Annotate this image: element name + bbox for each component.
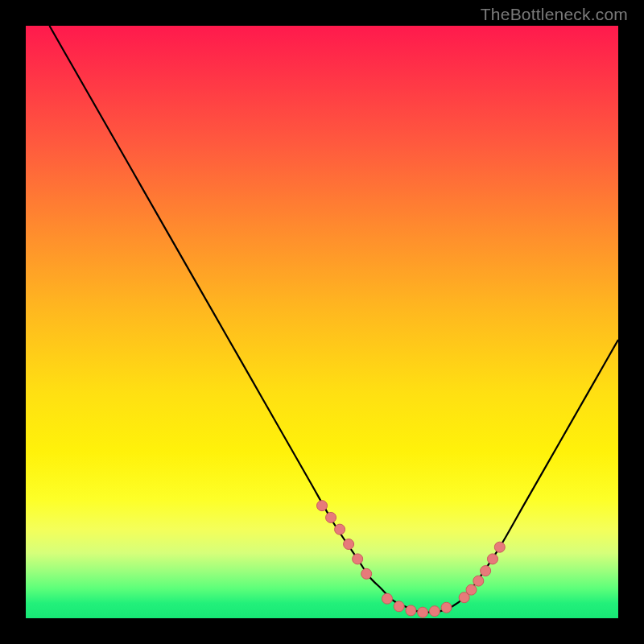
chart-stage: TheBottleneck.com [0,0,644,644]
marker-valley [394,601,404,612]
marker-left-cluster [317,501,328,511]
plot-area [26,26,618,618]
marker-left-cluster [326,512,336,522]
marker-left-cluster [361,568,372,579]
marker-valley [382,593,392,604]
curve-layer [26,26,618,618]
marker-left-cluster [353,554,363,564]
marker-group [317,501,506,617]
marker-right-cluster [466,584,477,595]
marker-right-cluster [494,542,505,552]
marker-valley [429,606,440,617]
marker-valley [406,605,416,616]
marker-valley [418,607,428,617]
marker-right-cluster [473,576,484,586]
marker-valley [441,602,452,613]
marker-right-cluster [481,566,491,576]
bottleneck-curve [49,26,618,613]
marker-left-cluster [344,539,354,550]
marker-right-cluster [487,554,497,564]
marker-left-cluster [335,524,345,535]
watermark-text: TheBottleneck.com [481,5,628,24]
